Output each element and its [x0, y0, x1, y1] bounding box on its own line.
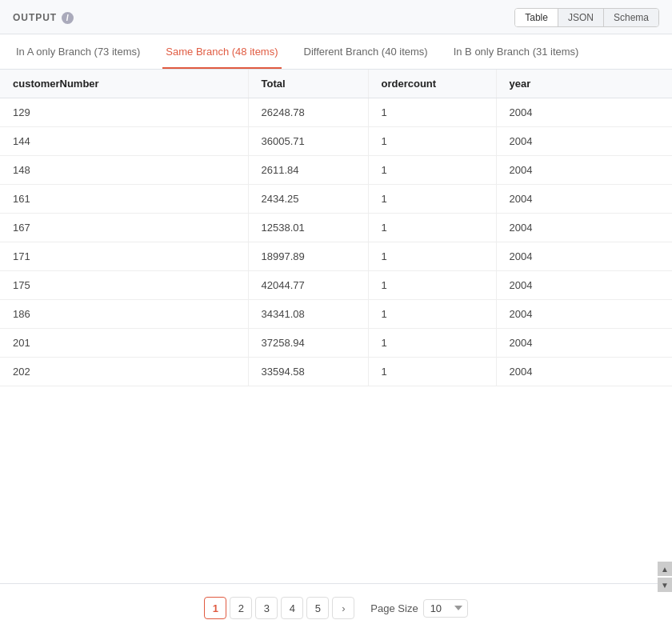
- cell-Total: 26248.78: [248, 98, 368, 127]
- col-header-customer-number: customerNumber: [0, 70, 248, 98]
- cell-ordercount: 1: [368, 300, 496, 329]
- tabs-row: In A only Branch (73 items) Same Branch …: [0, 34, 672, 70]
- cell-customerNumber: 129: [0, 98, 248, 127]
- view-toggle: Table JSON Schema: [514, 8, 659, 27]
- cell-ordercount: 1: [368, 358, 496, 386]
- scroll-buttons: ▲ ▼: [658, 562, 672, 592]
- cell-Total: 12538.01: [248, 214, 368, 242]
- scroll-down-button[interactable]: ▼: [658, 578, 672, 592]
- col-header-total: Total: [248, 70, 368, 98]
- data-table: customerNumber Total ordercount year 129…: [0, 70, 672, 386]
- table-row: 1612434.2512004: [0, 185, 672, 214]
- cell-Total: 34341.08: [248, 300, 368, 329]
- page-size-container: Page Size 10 20 50 100: [370, 599, 467, 618]
- page-size-select[interactable]: 10 20 50 100: [423, 599, 468, 618]
- page-button-4[interactable]: 4: [281, 597, 303, 619]
- table-row: 1482611.8412004: [0, 156, 672, 185]
- cell-customerNumber: 161: [0, 185, 248, 214]
- output-header: OUTPUT i Table JSON Schema: [0, 0, 672, 34]
- table-container: customerNumber Total ordercount year 129…: [0, 70, 672, 583]
- cell-year: 2004: [496, 242, 672, 271]
- view-json-button[interactable]: JSON: [558, 9, 604, 26]
- page-size-label: Page Size: [370, 602, 418, 614]
- cell-ordercount: 1: [368, 329, 496, 358]
- table-body: 12926248.781200414436005.71120041482611.…: [0, 98, 672, 386]
- cell-customerNumber: 144: [0, 127, 248, 156]
- tab-in-a-only[interactable]: In A only Branch (73 items): [13, 34, 143, 69]
- cell-customerNumber: 167: [0, 214, 248, 242]
- cell-customerNumber: 175: [0, 271, 248, 300]
- pagination-row: 1 2 3 4 5 › Page Size 10 20 50 100: [0, 583, 672, 632]
- cell-ordercount: 1: [368, 98, 496, 127]
- table-row: 20233594.5812004: [0, 358, 672, 386]
- output-panel: OUTPUT i Table JSON Schema In A only Bra…: [0, 0, 672, 632]
- table-row: 17118997.8912004: [0, 242, 672, 271]
- page-button-1[interactable]: 1: [204, 597, 226, 619]
- cell-customerNumber: 148: [0, 156, 248, 185]
- cell-customerNumber: 186: [0, 300, 248, 329]
- view-table-button[interactable]: Table: [515, 9, 558, 26]
- cell-year: 2004: [496, 185, 672, 214]
- table-header-row: customerNumber Total ordercount year: [0, 70, 672, 98]
- cell-Total: 37258.94: [248, 329, 368, 358]
- output-label: OUTPUT i: [13, 12, 74, 24]
- cell-customerNumber: 201: [0, 329, 248, 358]
- cell-ordercount: 1: [368, 185, 496, 214]
- tab-different-branch[interactable]: Different Branch (40 items): [301, 34, 431, 69]
- cell-year: 2004: [496, 214, 672, 242]
- view-schema-button[interactable]: Schema: [604, 9, 658, 26]
- cell-Total: 2434.25: [248, 185, 368, 214]
- output-title-text: OUTPUT: [13, 12, 57, 23]
- tab-in-b-only[interactable]: In B only Branch (31 items): [450, 34, 582, 69]
- info-icon[interactable]: i: [62, 12, 74, 24]
- cell-ordercount: 1: [368, 242, 496, 271]
- table-row: 18634341.0812004: [0, 300, 672, 329]
- cell-year: 2004: [496, 271, 672, 300]
- col-header-ordercount: ordercount: [368, 70, 496, 98]
- cell-Total: 2611.84: [248, 156, 368, 185]
- cell-year: 2004: [496, 127, 672, 156]
- page-button-2[interactable]: 2: [230, 597, 252, 619]
- cell-ordercount: 1: [368, 127, 496, 156]
- page-button-3[interactable]: 3: [255, 597, 278, 619]
- col-header-year: year: [496, 70, 672, 98]
- page-button-5[interactable]: 5: [306, 597, 329, 619]
- table-row: 20137258.9412004: [0, 329, 672, 358]
- cell-year: 2004: [496, 156, 672, 185]
- cell-year: 2004: [496, 300, 672, 329]
- cell-ordercount: 1: [368, 271, 496, 300]
- scroll-up-button[interactable]: ▲: [658, 562, 672, 576]
- table-row: 12926248.7812004: [0, 98, 672, 127]
- cell-Total: 42044.77: [248, 271, 368, 300]
- cell-year: 2004: [496, 329, 672, 358]
- cell-ordercount: 1: [368, 156, 496, 185]
- cell-customerNumber: 202: [0, 358, 248, 386]
- page-next-button[interactable]: ›: [332, 597, 354, 619]
- cell-Total: 18997.89: [248, 242, 368, 271]
- table-row: 16712538.0112004: [0, 214, 672, 242]
- cell-year: 2004: [496, 98, 672, 127]
- cell-Total: 33594.58: [248, 358, 368, 386]
- cell-customerNumber: 171: [0, 242, 248, 271]
- cell-ordercount: 1: [368, 214, 496, 242]
- cell-year: 2004: [496, 358, 672, 386]
- table-row: 14436005.7112004: [0, 127, 672, 156]
- table-row: 17542044.7712004: [0, 271, 672, 300]
- tab-same-branch[interactable]: Same Branch (48 items): [162, 34, 281, 69]
- cell-Total: 36005.71: [248, 127, 368, 156]
